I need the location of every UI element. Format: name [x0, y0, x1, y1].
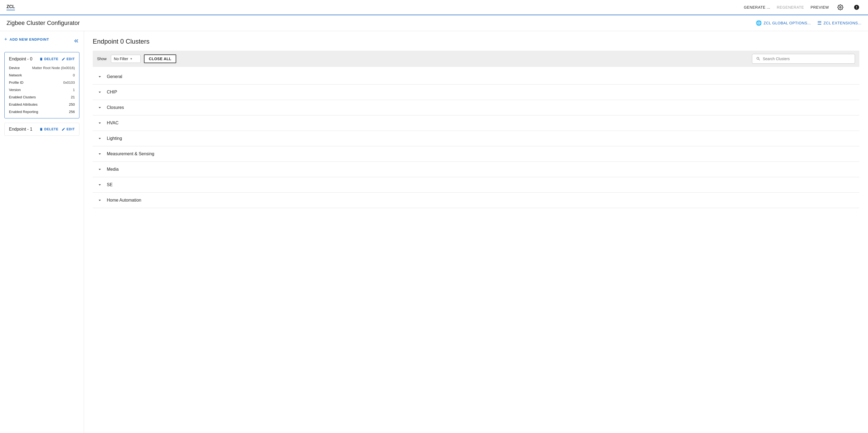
- search-icon: [756, 56, 761, 61]
- cluster-group-lighting: Lighting: [93, 131, 859, 146]
- cluster-group-se-row[interactable]: SE: [93, 177, 859, 192]
- top-nav-right: GENERATE ... REGENERATE PREVIEW: [744, 2, 862, 12]
- endpoint-0-header: Endpoint - 0 DELETE EDIT: [9, 57, 75, 62]
- cluster-group-home-automation: Home Automation: [93, 193, 859, 208]
- sidebar: + ADD NEW ENDPOINT Endpoint - 0 DELETE: [0, 31, 84, 433]
- enabled-attributes-label: Enabled Attributes: [9, 102, 38, 106]
- info-row-enabled-clusters: Enabled Clusters 21: [9, 95, 75, 99]
- cluster-group-media-row[interactable]: Media: [93, 162, 859, 177]
- endpoint-1-edit-button[interactable]: EDIT: [62, 127, 75, 131]
- sidebar-top-row: + ADD NEW ENDPOINT: [4, 35, 80, 48]
- delete-icon: [39, 57, 43, 61]
- endpoint-0-title: Endpoint - 0: [9, 57, 32, 62]
- endpoint-1-delete-button[interactable]: DELETE: [39, 127, 58, 131]
- cluster-group-measurement-sensing-row[interactable]: Measurement & Sensing: [93, 146, 859, 162]
- clusters-toolbar: Show No Filter ▾ CLOSE ALL: [93, 51, 859, 67]
- cluster-group-lighting-row[interactable]: Lighting: [93, 131, 859, 146]
- enabled-clusters-value: 21: [71, 95, 75, 99]
- endpoint-0-card: Endpoint - 0 DELETE EDIT: [4, 52, 80, 119]
- alert-icon: [854, 4, 860, 10]
- device-value: Matter Root Node (0x0016): [32, 66, 75, 70]
- cluster-group-closures: Closures: [93, 100, 859, 115]
- cluster-group-closures-row[interactable]: Closures: [93, 100, 859, 115]
- endpoint-1-card[interactable]: Endpoint - 1 DELETE EDIT: [4, 123, 80, 136]
- globe-icon: 🌐: [756, 20, 762, 26]
- chevron-down-icon: ▾: [130, 57, 132, 61]
- search-input[interactable]: [763, 57, 851, 61]
- top-nav: ZCL GENERATE ... REGENERATE PREVIEW: [0, 0, 868, 15]
- cluster-group-se-name: SE: [107, 182, 113, 187]
- plus-icon: +: [4, 37, 7, 42]
- svg-point-0: [840, 6, 841, 8]
- zcl-extensions-button[interactable]: ☰ ZCL EXTENSIONS...: [817, 20, 862, 26]
- top-nav-left: ZCL: [6, 4, 15, 10]
- cluster-group-chip: CHIP: [93, 85, 859, 100]
- list-icon: ☰: [817, 20, 822, 26]
- gear-icon: [837, 4, 843, 10]
- cluster-groups-list: General CHIP Closures HVAC: [93, 69, 859, 208]
- enabled-reporting-value: 256: [69, 110, 75, 114]
- cluster-group-measurement-sensing: Measurement & Sensing: [93, 146, 859, 162]
- cluster-group-hvac-row[interactable]: HVAC: [93, 115, 859, 131]
- cluster-group-lighting-name: Lighting: [107, 136, 122, 141]
- info-row-device: Device Matter Root Node (0x0016): [9, 66, 75, 70]
- cluster-group-media-name: Media: [107, 167, 119, 172]
- search-box: [752, 54, 855, 64]
- cluster-group-home-automation-row[interactable]: Home Automation: [93, 193, 859, 208]
- endpoint-1-actions: DELETE EDIT: [39, 127, 75, 131]
- info-row-network: Network 0: [9, 73, 75, 77]
- chevron-down-icon: [97, 74, 102, 79]
- preview-button[interactable]: PREVIEW: [810, 4, 829, 10]
- profile-id-label: Profile ID: [9, 80, 23, 85]
- chevron-down-icon: [97, 105, 102, 110]
- close-all-button[interactable]: CLOSE ALL: [144, 55, 176, 63]
- endpoint-0-edit-button[interactable]: EDIT: [62, 57, 75, 61]
- cluster-group-general-name: General: [107, 74, 122, 79]
- page-title: Zigbee Cluster Configurator: [6, 20, 80, 27]
- enabled-reporting-label: Enabled Reporting: [9, 110, 38, 114]
- version-value: 1: [73, 88, 75, 92]
- filter-dropdown[interactable]: No Filter ▾: [111, 55, 141, 63]
- chevron-down-icon: [97, 136, 102, 141]
- chevron-down-icon: [97, 90, 102, 95]
- main-content: Endpoint 0 Clusters Show No Filter ▾ CLO…: [84, 31, 868, 433]
- cluster-group-chip-name: CHIP: [107, 90, 117, 95]
- cluster-group-closures-name: Closures: [107, 105, 124, 110]
- header-actions: 🌐 ZCL GLOBAL OPTIONS... ☰ ZCL EXTENSIONS…: [756, 20, 862, 26]
- cluster-group-se: SE: [93, 177, 859, 193]
- info-row-enabled-attributes: Enabled Attributes 250: [9, 102, 75, 106]
- cluster-group-measurement-sensing-name: Measurement & Sensing: [107, 152, 154, 156]
- delete-icon: [39, 127, 43, 131]
- alert-button[interactable]: [852, 2, 862, 12]
- zcl-global-options-button[interactable]: 🌐 ZCL GLOBAL OPTIONS...: [756, 20, 811, 26]
- info-row-version: Version 1: [9, 88, 75, 92]
- endpoint-0-delete-button[interactable]: DELETE: [39, 57, 58, 61]
- clusters-title: Endpoint 0 Clusters: [93, 38, 859, 45]
- settings-button[interactable]: [835, 2, 845, 12]
- main-header: Zigbee Cluster Configurator 🌐 ZCL GLOBAL…: [0, 15, 868, 31]
- chevron-down-icon: [97, 198, 102, 203]
- add-endpoint-button[interactable]: + ADD NEW ENDPOINT: [4, 35, 49, 43]
- app-title: ZCL: [6, 4, 15, 10]
- cluster-group-general-row[interactable]: General: [93, 69, 859, 84]
- cluster-group-hvac-name: HVAC: [107, 121, 119, 126]
- endpoint-0-info: Device Matter Root Node (0x0016) Network…: [9, 66, 75, 114]
- enabled-clusters-label: Enabled Clusters: [9, 95, 36, 99]
- chevron-down-icon: [97, 182, 102, 188]
- chevron-down-icon: [97, 167, 102, 172]
- info-row-enabled-reporting: Enabled Reporting 256: [9, 110, 75, 114]
- cluster-group-home-automation-name: Home Automation: [107, 198, 141, 203]
- info-row-profile-id: Profile ID 0x0103: [9, 80, 75, 85]
- version-label: Version: [9, 88, 21, 92]
- chevron-down-icon: [97, 120, 102, 126]
- network-label: Network: [9, 73, 22, 77]
- content-area: + ADD NEW ENDPOINT Endpoint - 0 DELETE: [0, 31, 868, 433]
- back-button[interactable]: [73, 38, 80, 45]
- cluster-group-general: General: [93, 69, 859, 85]
- generate-button[interactable]: GENERATE ...: [744, 4, 770, 10]
- cluster-group-chip-row[interactable]: CHIP: [93, 85, 859, 100]
- regenerate-button[interactable]: REGENERATE: [777, 4, 804, 10]
- network-value: 0: [73, 73, 75, 77]
- edit-icon: [62, 57, 65, 61]
- back-arrows-icon: [73, 38, 80, 44]
